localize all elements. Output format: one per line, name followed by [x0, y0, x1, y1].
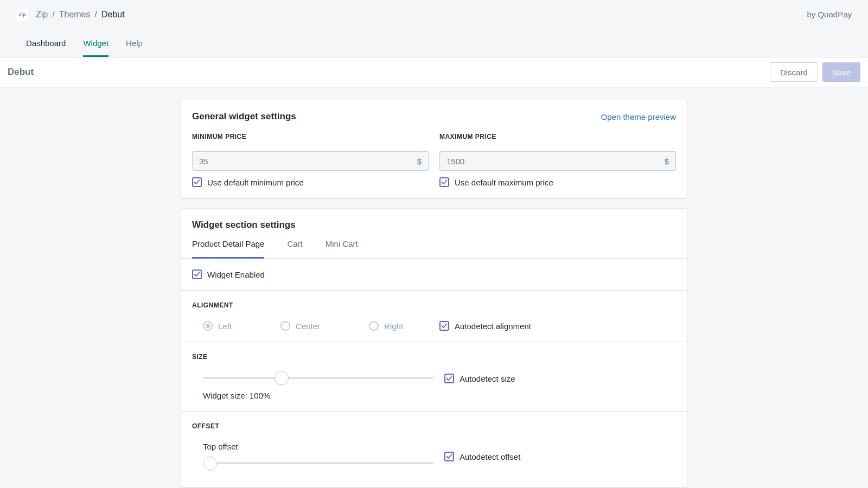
max-price-input[interactable]: [446, 157, 665, 166]
crumb-sep: /: [94, 10, 97, 20]
card-header: Widget section settings: [181, 209, 687, 230]
autodetect-size-row[interactable]: Autodetect size: [444, 374, 676, 383]
checkbox-icon[interactable]: [444, 374, 454, 383]
alignment-radio-group: Left Center Right: [192, 321, 429, 331]
breadcrumb: zip Zip / Themes / Debut: [16, 9, 125, 21]
crumb-current: Debut: [101, 10, 125, 20]
enabled-block: Widget Enabled: [181, 259, 687, 291]
main-content: General widget settings Open theme previ…: [0, 87, 868, 488]
actions: Discard Save: [770, 62, 860, 82]
offset-label: OFFSET: [192, 422, 676, 430]
radio-right[interactable]: Right: [369, 321, 403, 331]
top-offset-slider[interactable]: [203, 454, 433, 465]
radio-icon[interactable]: [369, 321, 379, 331]
card-header: General widget settings Open theme previ…: [181, 100, 687, 122]
checkbox-icon[interactable]: [439, 177, 449, 187]
min-default-checkbox-row[interactable]: Use default minimum price: [192, 177, 429, 187]
min-price-input-wrap: $: [192, 151, 429, 171]
currency-symbol: $: [665, 157, 669, 166]
radio-left[interactable]: Left: [203, 321, 232, 331]
alignment-label: ALIGNMENT: [192, 301, 676, 309]
brand-logo: zip: [16, 9, 28, 21]
discard-button[interactable]: Discard: [770, 62, 818, 82]
main-tabs: Dashboard Widget Help: [0, 29, 868, 57]
widget-enabled-label: Widget Enabled: [207, 270, 265, 279]
slider-track: [203, 462, 433, 464]
max-price-input-wrap: $: [439, 151, 676, 171]
size-label: SIZE: [192, 353, 676, 361]
general-title: General widget settings: [192, 111, 296, 122]
save-button[interactable]: Save: [822, 62, 860, 82]
autodetect-offset-row[interactable]: Autodetect offset: [444, 452, 676, 461]
tab-dashboard[interactable]: Dashboard: [26, 29, 66, 57]
radio-right-label: Right: [384, 322, 403, 331]
size-block: SIZE Widget size: 100% Autodetect size: [181, 342, 687, 412]
widget-enabled-checkbox-row[interactable]: Widget Enabled: [192, 269, 676, 279]
slider-thumb[interactable]: [275, 371, 289, 385]
autodetect-size-label: Autodetect size: [459, 374, 515, 383]
by-quadpay-label: by QuadPay: [807, 10, 852, 19]
min-price-field: MINIMUM PRICE $ Use default minimum pric…: [192, 133, 429, 187]
checkbox-icon[interactable]: [192, 177, 202, 187]
crumb-themes[interactable]: Themes: [59, 10, 91, 20]
autodetect-alignment-row[interactable]: Autodetect alignment: [439, 321, 676, 331]
titlebar: Debut Discard Save: [0, 57, 868, 87]
checkbox-icon[interactable]: [192, 269, 202, 279]
section-title: Widget section settings: [192, 220, 296, 230]
checkbox-icon[interactable]: [439, 321, 449, 331]
alignment-block: ALIGNMENT Left Center Right: [181, 291, 687, 342]
max-price-label: MAXIMUM PRICE: [439, 133, 676, 140]
min-price-input[interactable]: [199, 157, 417, 166]
section-tab-pdp[interactable]: Product Detail Page: [192, 230, 264, 259]
max-default-label: Use default maximum price: [455, 178, 553, 187]
section-tab-minicart[interactable]: Mini Cart: [326, 230, 358, 259]
radio-center[interactable]: Center: [280, 321, 320, 331]
check-icon: [194, 271, 200, 278]
check-icon: [194, 179, 200, 185]
check-icon: [446, 375, 452, 382]
tab-help[interactable]: Help: [126, 29, 143, 57]
top-offset-label: Top offset: [192, 442, 433, 451]
crumb-sep: /: [52, 10, 54, 20]
min-price-label: MINIMUM PRICE: [192, 133, 429, 140]
check-icon: [441, 179, 448, 185]
checkbox-icon[interactable]: [444, 452, 454, 461]
radio-icon[interactable]: [203, 321, 213, 331]
section-tabs: Product Detail Page Cart Mini Cart: [181, 230, 687, 259]
radio-icon[interactable]: [280, 321, 290, 331]
size-value-label: Widget size: 100%: [203, 391, 433, 400]
slider-thumb[interactable]: [203, 457, 217, 471]
slider-track: [203, 377, 433, 379]
max-price-field: MAXIMUM PRICE $ Use default maximum pric…: [439, 133, 676, 187]
max-default-checkbox-row[interactable]: Use default maximum price: [439, 177, 676, 187]
general-settings-card: General widget settings Open theme previ…: [181, 100, 687, 198]
open-theme-preview-link[interactable]: Open theme preview: [601, 112, 676, 121]
crumb-zip[interactable]: Zip: [36, 10, 48, 20]
radio-left-label: Left: [218, 322, 232, 331]
page-title: Debut: [8, 67, 34, 78]
size-slider[interactable]: [203, 373, 433, 383]
topbar: zip Zip / Themes / Debut by QuadPay: [0, 0, 868, 29]
tab-widget[interactable]: Widget: [83, 29, 108, 57]
min-default-label: Use default minimum price: [207, 178, 304, 187]
currency-symbol: $: [417, 157, 422, 166]
check-icon: [441, 323, 448, 329]
check-icon: [446, 453, 452, 460]
radio-center-label: Center: [296, 322, 320, 331]
section-tab-cart[interactable]: Cart: [287, 230, 302, 259]
autodetect-alignment-label: Autodetect alignment: [455, 322, 531, 331]
autodetect-offset-label: Autodetect offset: [459, 452, 520, 461]
section-settings-card: Widget section settings Product Detail P…: [181, 209, 687, 487]
offset-block: OFFSET Top offset Autodetect offs: [181, 412, 687, 487]
